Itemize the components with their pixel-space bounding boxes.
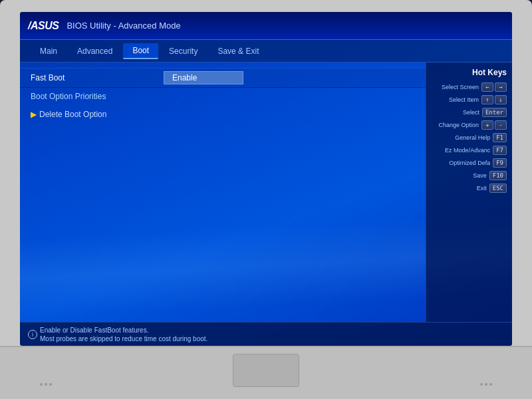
hotkey-select-keys: Enter (482, 108, 507, 117)
main-content: Fast Boot Enable Boot Option Priorities … (20, 63, 426, 322)
key-esc: ESC (489, 184, 507, 193)
hotkey-select: Select Enter (432, 108, 507, 117)
hotkey-select-item-keys: ↑ ↓ (481, 95, 507, 104)
hotkey-select-screen: Select Screen ← → (432, 82, 507, 92)
hotkey-esc-keys: ESC (489, 184, 507, 193)
speaker-dot (489, 383, 492, 386)
hotkey-f10-desc: Save (432, 172, 487, 179)
header-bar: /ASUS BIOS Utility - Advanced Mode (20, 12, 512, 40)
hotkey-f9-keys: F9 (493, 158, 507, 168)
hotkeys-title: Hot Keys (432, 68, 507, 77)
laptop-bottom-chassis (0, 346, 532, 399)
hotkey-f10: Save F10 (432, 171, 507, 180)
hotkey-change-option-keys: + - (481, 120, 507, 130)
tab-boot[interactable]: Boot (123, 43, 158, 59)
speaker-dot (40, 383, 43, 386)
tab-main[interactable]: Main (31, 44, 66, 59)
speaker-dot (45, 383, 47, 386)
hotkey-esc-desc: Exit (432, 185, 487, 192)
hotkey-select-item: Select Item ↑ ↓ (432, 95, 507, 104)
speaker-dot (49, 383, 52, 386)
speaker-left (40, 383, 52, 386)
asus-logo: /ASUS (28, 20, 59, 32)
key-down: ↓ (495, 95, 507, 104)
arrow-icon: ▶ (31, 110, 37, 119)
hotkey-select-item-desc: Select Item (432, 96, 479, 103)
tab-save-exit[interactable]: Save & Exit (208, 44, 268, 59)
key-f7: F7 (493, 146, 507, 155)
fast-boot-label: Fast Boot (31, 73, 164, 82)
hotkey-change-option: Change Option + - (432, 120, 507, 130)
hotkey-esc: Exit ESC (432, 184, 507, 193)
key-right: → (495, 82, 507, 92)
delete-boot-option-item[interactable]: ▶ Delete Boot Option (20, 105, 426, 124)
content-area: Fast Boot Enable Boot Option Priorities … (20, 63, 512, 322)
key-f10: F10 (489, 171, 507, 180)
status-line1: Enable or Disable FastBoot features. (40, 326, 207, 334)
status-line2: Most probes are skipped to reduce time c… (40, 334, 207, 343)
key-f1: F1 (493, 133, 507, 142)
hotkey-f7-keys: F7 (493, 146, 507, 155)
laptop-frame: /ASUS BIOS Utility - Advanced Mode Main … (0, 0, 532, 399)
hotkey-f1: General Help F1 (432, 133, 507, 142)
speaker-right (480, 383, 492, 386)
hotkey-f9-desc: Optimized Defa (432, 160, 490, 166)
status-bar: i Enable or Disable FastBoot features. M… (20, 322, 512, 346)
hotkey-change-option-desc: Change Option (432, 122, 479, 128)
hotkey-f7-desc: Ez Mode/Advanc (432, 147, 490, 154)
speaker-dot (480, 383, 483, 386)
delete-boot-option-label: Delete Boot Option (39, 110, 106, 119)
key-enter: Enter (482, 108, 507, 117)
status-text: Enable or Disable FastBoot features. Mos… (40, 326, 207, 343)
fast-boot-row[interactable]: Fast Boot Enable (20, 68, 426, 88)
bios-screen: /ASUS BIOS Utility - Advanced Mode Main … (20, 12, 512, 346)
tab-advanced[interactable]: Advanced (68, 44, 122, 59)
hotkey-select-screen-keys: ← → (481, 82, 507, 92)
nav-bar: Main Advanced Boot Security Save & Exit (20, 40, 512, 63)
fast-boot-value[interactable]: Enable (164, 71, 243, 84)
info-icon: i (28, 330, 37, 339)
hotkey-f9: Optimized Defa F9 (432, 158, 507, 168)
key-plus: + (481, 120, 493, 130)
hotkey-f1-desc: General Help (432, 134, 490, 141)
hotkey-f10-keys: F10 (489, 171, 507, 180)
tab-security[interactable]: Security (160, 44, 207, 59)
hotkeys-panel: Hot Keys Select Screen ← → Select Item (426, 63, 512, 322)
key-left: ← (481, 82, 493, 92)
hotkey-select-desc: Select (432, 109, 479, 116)
key-minus: - (495, 120, 507, 130)
key-up: ↑ (481, 95, 493, 104)
hotkey-select-screen-desc: Select Screen (432, 84, 479, 90)
hotkey-f7: Ez Mode/Advanc F7 (432, 146, 507, 155)
screen-bezel: /ASUS BIOS Utility - Advanced Mode Main … (20, 12, 512, 346)
trackpad[interactable] (233, 354, 299, 387)
key-f9: F9 (493, 158, 507, 168)
bios-title: BIOS Utility - Advanced Mode (66, 21, 180, 31)
hotkey-f1-keys: F1 (493, 133, 507, 142)
speaker-dot (485, 383, 487, 386)
boot-option-priorities-header: Boot Option Priorities (20, 88, 426, 105)
